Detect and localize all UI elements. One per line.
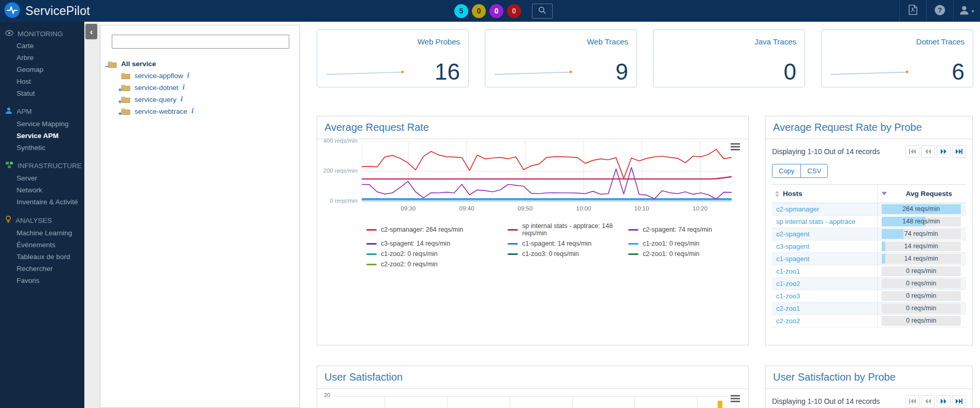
info-icon[interactable]: i [183, 83, 185, 92]
sidebar-item-favoris[interactable]: Favoris [0, 275, 84, 286]
stat-card-java-traces[interactable]: Java Traces 0 [653, 29, 805, 87]
brand[interactable]: ServicePilot [0, 2, 90, 20]
next-page-button[interactable] [937, 395, 951, 407]
value-bar: 148 reqs/min [882, 217, 961, 226]
host-link[interactable]: c2-zoo1 [772, 303, 877, 315]
request-rate-chart: 400 reqs/min200 reqs/min0 reqs/min09:300… [317, 141, 748, 219]
avg-requests-cell: 0 reqs/min [877, 290, 966, 303]
host-link[interactable]: sp internal stats - apptrace [772, 216, 877, 228]
collapse-tree-button[interactable]: ‹ [85, 24, 97, 39]
last-page-button[interactable] [952, 145, 966, 158]
info-icon[interactable]: i [187, 71, 189, 80]
panel-title: User Satisfaction by Probe [773, 371, 896, 383]
host-link[interactable]: c1-zoo1 [772, 265, 877, 278]
previous-page-button[interactable] [921, 145, 935, 158]
folder-icon: + [121, 84, 130, 91]
sidebar-item-arbre[interactable]: Arbre [0, 52, 84, 64]
legend-label: c3-spagent: 14 reqs/min [381, 240, 450, 247]
sparkline-icon [830, 64, 913, 80]
stat-card-dotnet-traces[interactable]: Dotnet Traces 6 [821, 29, 973, 87]
open-folder-icon: − [108, 61, 117, 68]
hosts-column-header[interactable]: Hosts [772, 185, 877, 203]
host-link[interactable]: c2-spmanager [772, 203, 877, 216]
svg-text:?: ? [938, 6, 942, 14]
search-button[interactable] [532, 4, 553, 19]
csv-button[interactable]: CSV [801, 164, 827, 177]
sidebar-item-carte[interactable]: Carte [0, 40, 84, 52]
info-count-badge[interactable]: 0 [489, 4, 503, 18]
host-link[interactable]: c3-spagent [772, 240, 877, 253]
sidebar-item-statut[interactable]: Statut [0, 87, 84, 99]
chart-plot [362, 141, 732, 201]
info-icon[interactable]: i [191, 107, 194, 115]
sidebar-item-tableaux-de-bord[interactable]: Tableaux de bord [0, 251, 84, 263]
panel-header: User Satisfaction by Probe [766, 366, 972, 389]
avg-requests-column-header[interactable]: Avg Requests [877, 185, 966, 203]
last-page-button[interactable] [952, 395, 966, 407]
pager [905, 395, 966, 407]
probe-table-body: Displaying 1-10 Out of 14 records Copy C… [766, 139, 972, 327]
sidebar-item-geomap[interactable]: Geomap [0, 64, 84, 75]
sidebar-item-rechercher[interactable]: Rechercher [0, 263, 84, 275]
chart-menu-icon[interactable] [731, 395, 740, 404]
host-link[interactable]: c1-zoo3 [772, 290, 877, 303]
stat-card-web-probes[interactable]: Web Probes 16 [317, 29, 469, 87]
tree-node-label: service-appflow [135, 72, 183, 80]
first-page-button[interactable] [905, 395, 919, 407]
sidebar-item--v-nements[interactable]: Événements [0, 239, 84, 251]
sidebar-item-machine-learning[interactable]: Machine Learning [0, 227, 84, 239]
legend-item: c3-spagent: 14 reqs/min [366, 240, 508, 247]
chart-menu-icon[interactable] [731, 143, 740, 153]
collapse-node-icon[interactable]: − [105, 63, 109, 70]
sidebar-section: APM Service MappingService APMSynthetic [0, 105, 84, 154]
table-row: c2-spmanager 264 reqs/min [772, 203, 966, 216]
critical-count-badge[interactable]: 5 [454, 4, 468, 18]
stat-cards: Web Probes 16 Web Traces 9 Java Traces 0… [317, 29, 973, 87]
sidebar-item-host[interactable]: Host [0, 75, 84, 87]
copy-button[interactable]: Copy [773, 164, 801, 177]
sidebar-section-infrastructure: INFRASTRUCTURE [0, 159, 84, 172]
sidebar-item-service-apm[interactable]: Service APM [0, 130, 84, 142]
host-link[interactable]: c1-zoo2 [772, 278, 877, 290]
host-link[interactable]: c2-spagent [772, 228, 877, 240]
first-page-button[interactable] [905, 145, 919, 158]
expand-node-icon[interactable]: + [118, 98, 122, 105]
sidebar-item-inventaire-activit-[interactable]: Inventaire & Activité [0, 196, 84, 208]
sidebar-section: INFRASTRUCTURE ServerNetworkInventaire &… [0, 159, 84, 208]
average-request-rate-panel: Average Request Rate 400 reqs/min200 req… [317, 116, 749, 345]
x-axis-tick: 09:30 [396, 205, 420, 211]
value-label: 148 reqs/min [882, 217, 961, 226]
sidebar-item-synthetic[interactable]: Synthetic [0, 142, 84, 154]
host-link[interactable]: c1-spagent [772, 253, 877, 265]
info-icon[interactable]: i [181, 95, 183, 103]
value-label: 0 reqs/min [882, 304, 961, 313]
series-swatch-icon [508, 229, 518, 231]
expand-node-icon[interactable]: + [118, 86, 122, 93]
series-swatch-icon [366, 253, 377, 255]
tree-filter-input[interactable] [112, 35, 289, 49]
error-count-badge[interactable]: 0 [507, 4, 521, 18]
infrastructure-icon [5, 161, 13, 170]
tree-node-service-webtrace[interactable]: + service-webtrace i [108, 107, 300, 115]
host-link[interactable]: c2-zoo2 [772, 315, 877, 327]
sidebar-item-server[interactable]: Server [0, 172, 84, 184]
next-page-button[interactable] [937, 145, 951, 158]
legend-item: c1-spagent: 14 reqs/min [508, 240, 628, 247]
stat-card-web-traces[interactable]: Web Traces 9 [485, 29, 637, 87]
user-menu-button[interactable]: ▾ [953, 0, 980, 22]
stat-card-value: 9 [616, 59, 628, 85]
sidebar-item-network[interactable]: Network [0, 184, 84, 196]
tree-node-service-appflow[interactable]: service-appflow i [108, 71, 300, 80]
warning-count-badge[interactable]: 0 [472, 4, 486, 18]
previous-page-button[interactable] [921, 395, 935, 407]
brand-title: ServicePilot [25, 4, 90, 18]
eye-icon [5, 30, 13, 38]
value-bar: 14 reqs/min [882, 241, 961, 251]
tree-node-service-dotnet[interactable]: + service-dotnet i [108, 83, 300, 92]
tree-node-service-query[interactable]: + service-query i [108, 95, 300, 103]
help-button[interactable]: ? [926, 0, 953, 22]
sidebar-item-service-mapping[interactable]: Service Mapping [0, 118, 84, 130]
pdf-export-button[interactable] [899, 0, 926, 22]
tree-node-all-service[interactable]: − All service [108, 60, 300, 68]
expand-node-icon[interactable]: + [118, 110, 122, 117]
